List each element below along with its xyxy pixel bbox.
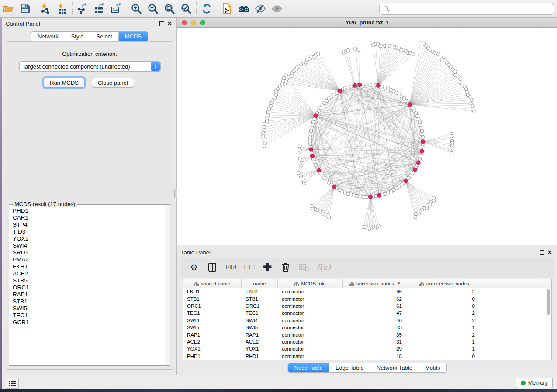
network-node[interactable] — [407, 176, 410, 180]
table-row[interactable]: PHD1PHD1dominator180 — [183, 353, 546, 360]
mcds-hub-node[interactable] — [332, 185, 336, 189]
network-node[interactable] — [473, 110, 476, 113]
mcds-result-item[interactable]: ACE2 — [13, 270, 165, 277]
table-row[interactable]: YOX1YOX1connector291 — [183, 345, 546, 352]
tab-select[interactable]: Select — [90, 32, 119, 41]
mcds-result-item[interactable]: STP4 — [13, 221, 165, 228]
float-control-panel-button[interactable] — [158, 20, 166, 28]
apply-preferred-layout-icon[interactable] — [198, 1, 215, 16]
table-row[interactable]: TEC1TEC1connector472 — [183, 309, 546, 316]
table-row[interactable]: FKH1FKH1dominator962 — [183, 288, 546, 295]
import-table-from-file-icon[interactable] — [54, 1, 70, 16]
mcds-result-item[interactable]: TID3 — [13, 228, 165, 235]
table-row[interactable]: SWI4SWI4dominator462 — [183, 317, 546, 324]
export-network-icon[interactable] — [74, 1, 91, 16]
mcds-result-item[interactable]: TEC1 — [13, 312, 165, 319]
memory-button[interactable]: Memory — [516, 378, 553, 388]
task-history-button[interactable] — [6, 378, 19, 389]
save-session-icon[interactable] — [17, 1, 33, 16]
select-all-rows-icon[interactable]: ☑☑ — [224, 260, 238, 274]
mcds-hub-node[interactable] — [421, 140, 425, 144]
open-session-icon[interactable] — [0, 1, 17, 16]
hide-selection-icon[interactable] — [252, 1, 269, 16]
network-node[interactable] — [263, 144, 266, 148]
close-control-panel-button[interactable]: ✕ — [166, 20, 173, 28]
tab-mcds[interactable]: MCDS — [119, 32, 148, 41]
tab-style[interactable]: Style — [65, 32, 90, 41]
mcds-result-item[interactable]: SWI5 — [13, 305, 165, 312]
network-node[interactable] — [309, 129, 313, 133]
float-table-panel-button[interactable] — [538, 248, 546, 256]
network-node[interactable] — [349, 85, 353, 88]
tab-node-table[interactable]: Node Table — [288, 363, 329, 372]
table-row[interactable]: RAP1RAP1dominator352 — [183, 331, 546, 338]
network-node[interactable] — [414, 212, 418, 216]
first-neighbors-icon[interactable] — [235, 1, 252, 16]
mcds-result-item[interactable]: PHD1 — [13, 207, 165, 214]
mcds-result-item[interactable]: STB5 — [13, 277, 165, 284]
network-node[interactable] — [357, 48, 360, 52]
network-node[interactable] — [353, 47, 357, 50]
column-header-predecessor-nodes[interactable]: predecessor nodes — [408, 279, 481, 288]
run-mcds-button[interactable]: Run MCDS — [44, 78, 85, 88]
show-all-icon[interactable] — [269, 1, 285, 16]
network-node[interactable] — [419, 42, 422, 45]
mcds-result-item[interactable]: YOX1 — [13, 235, 165, 242]
criterion-select[interactable]: largest connected component (undirected) — [19, 61, 161, 72]
mcds-list-scrollbar[interactable] — [165, 205, 170, 365]
network-node[interactable] — [263, 141, 266, 144]
network-node[interactable] — [297, 171, 300, 175]
zoom-fit-icon[interactable] — [161, 1, 178, 16]
mcds-result-list[interactable]: PHD1CAR1STP4TID3YOX1SWI4SRD1PMA2FKH1ACE2… — [9, 205, 165, 365]
mcds-result-item[interactable]: PMA2 — [13, 256, 165, 263]
export-table-icon[interactable] — [91, 1, 107, 16]
tab-network-table[interactable]: Network Table — [370, 363, 419, 372]
mcds-hub-node[interactable] — [338, 89, 342, 93]
table-row[interactable]: ACE2ACE2connector311 — [183, 338, 546, 345]
close-table-panel-button[interactable]: ✕ — [546, 248, 554, 256]
new-network-from-selection-icon[interactable] — [219, 1, 235, 16]
network-node[interactable] — [453, 70, 457, 73]
deselect-all-rows-icon[interactable]: ☐☐ — [242, 260, 256, 274]
column-header-MCDS-role[interactable]: MCDS role — [278, 279, 343, 288]
mcds-result-item[interactable]: SWI4 — [13, 242, 165, 249]
network-node[interactable] — [362, 225, 365, 229]
network-node[interactable] — [459, 77, 462, 80]
column-header-name[interactable]: name — [242, 279, 278, 288]
network-node[interactable] — [420, 126, 423, 130]
mcds-result-item[interactable]: STB1 — [13, 298, 165, 305]
add-column-icon[interactable]: ✚ — [260, 260, 274, 274]
mcds-hub-node[interactable] — [413, 168, 417, 172]
network-node[interactable] — [470, 98, 474, 102]
network-node[interactable] — [450, 151, 453, 155]
mcds-hub-node[interactable] — [353, 83, 357, 87]
mcds-hub-node[interactable] — [309, 148, 313, 151]
export-image-icon[interactable] — [107, 1, 124, 16]
import-network-from-file-icon[interactable] — [37, 1, 54, 16]
zoom-selected-icon[interactable] — [178, 1, 194, 16]
tab-edge-table[interactable]: Edge Table — [329, 363, 370, 372]
table-scrollbar[interactable] — [546, 288, 551, 360]
mcds-hub-node[interactable] — [368, 195, 372, 199]
mcds-hub-node[interactable] — [317, 168, 321, 172]
mcds-result-item[interactable]: ORC1 — [13, 284, 165, 291]
network-canvas[interactable] — [177, 28, 557, 245]
network-node[interactable] — [355, 194, 359, 198]
search-input[interactable] — [392, 5, 550, 14]
delete-column-icon[interactable] — [279, 260, 293, 274]
column-header-successor-nodes[interactable]: successor nodes▼ — [343, 279, 408, 288]
mcds-result-item[interactable]: GCR1 — [13, 319, 165, 326]
network-node[interactable] — [418, 158, 422, 161]
network-node[interactable] — [263, 138, 266, 141]
table-row[interactable]: ORC1ORC1dominator610 — [183, 303, 546, 309]
network-node[interactable] — [335, 91, 338, 95]
network-node[interactable] — [421, 136, 425, 139]
mcds-hub-node[interactable] — [420, 149, 424, 153]
mcds-hub-node[interactable] — [416, 161, 420, 165]
network-node[interactable] — [269, 104, 273, 108]
zoom-out-icon[interactable] — [145, 1, 161, 16]
mcds-hub-node[interactable] — [377, 193, 381, 197]
mcds-result-item[interactable]: FKH1 — [13, 263, 165, 270]
tab-motifs[interactable]: Motifs — [419, 363, 446, 372]
column-settings-icon[interactable]: ⚙ — [187, 260, 201, 274]
